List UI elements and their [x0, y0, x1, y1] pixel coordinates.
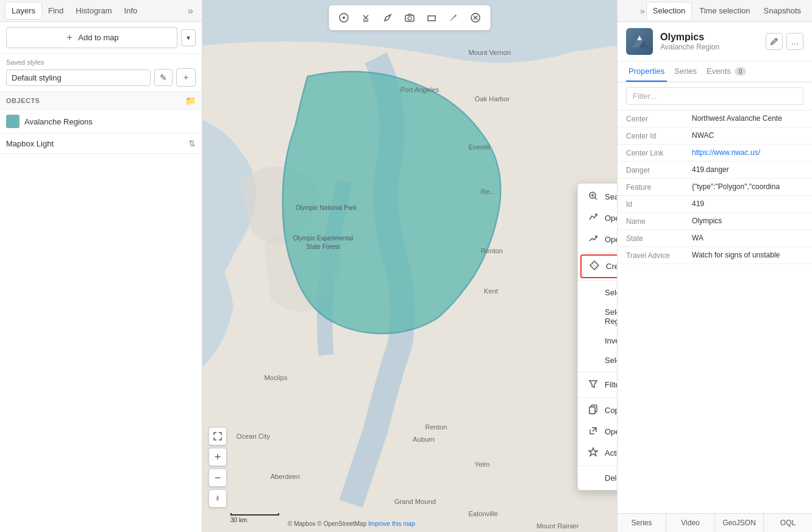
sidebar-collapse-btn[interactable]: » [184, 3, 197, 19]
props-tab-series[interactable]: Series [672, 62, 699, 82]
ctx-select-all-regions-label: Select all "Avalanche Regions" [605, 307, 617, 326]
edit-tool-btn[interactable] [444, 8, 463, 27]
ctx-actions[interactable]: Actions ❯ [578, 442, 617, 464]
right-expand-btn[interactable]: » [640, 6, 645, 16]
improve-map-link[interactable]: Improve this map [368, 520, 415, 527]
ctx-select-intersecting[interactable]: Select intersecting objects [578, 351, 617, 370]
svg-text:Re...: Re... [481, 188, 496, 195]
events-badge: 0 [735, 67, 746, 76]
objects-folder-icon[interactable]: 📁 [185, 96, 196, 106]
mountain-icon [630, 34, 649, 49]
ctx-linked-events-label: Open linked events [605, 214, 617, 223]
props-tab-properties[interactable]: Properties [626, 62, 667, 82]
svg-line-29 [595, 198, 597, 200]
tab-layers[interactable]: Layers [5, 2, 42, 20]
ctx-open-series[interactable]: Open series ❯ [578, 229, 617, 250]
rb-tab-geojson[interactable]: GeoJSON [715, 514, 764, 532]
ctx-open-in[interactable]: Open in… ❯ [578, 421, 617, 442]
ctx-divider-2 [578, 280, 617, 281]
more-options-btn[interactable]: … [786, 33, 803, 50]
left-sidebar: Layers Find Histogram Info » ＋ Add to ma… [0, 0, 202, 532]
saved-styles-select[interactable]: Default styling [6, 70, 151, 86]
svg-text:Mount Rainier: Mount Rainier [536, 522, 579, 530]
prop-key-center-id: Center Id [626, 131, 687, 140]
ctx-filter-selected[interactable]: Filter selected objects [578, 374, 617, 395]
compass-btn[interactable] [208, 489, 227, 508]
prop-key-travel-advice: Travel Advice [626, 251, 687, 260]
add-style-button[interactable]: ＋ [176, 68, 196, 87]
svg-rect-36 [589, 407, 595, 414]
fullscreen-btn[interactable] [208, 427, 227, 445]
svg-text:Olympic National Park: Olympic National Park [296, 204, 357, 211]
filter-input-wrap [618, 82, 812, 110]
sidebar-tabs: Layers Find Histogram Info » [0, 0, 202, 22]
prop-value-center-link[interactable]: https://www.nwac.us/ [692, 148, 803, 157]
open-series-icon [588, 234, 599, 245]
svg-text:Oak Harbor: Oak Harbor [475, 95, 510, 102]
prop-key-name: Name [626, 217, 687, 226]
prop-row-travel-advice: Travel Advice Watch for signs of unstabl… [618, 247, 812, 264]
tab-selection[interactable]: Selection [646, 2, 692, 20]
rb-tab-video[interactable]: Video [666, 514, 715, 532]
prop-key-center: Center [626, 114, 687, 123]
tab-info[interactable]: Info [118, 2, 144, 19]
objects-label: OBJECTS [6, 97, 185, 104]
ctx-select-all[interactable]: Select all ⌘Cmd A [578, 282, 617, 303]
selection-header: Olympics Avalanche Region … [618, 22, 812, 62]
prop-value-state: WA [692, 234, 803, 242]
saved-styles-label: Saved styles [6, 59, 196, 66]
tab-find[interactable]: Find [42, 2, 69, 19]
ctx-select-all-regions[interactable]: Select all "Avalanche Regions" ⌘Cmd ⇧Shi… [578, 303, 617, 331]
svg-point-23 [343, 16, 345, 19]
svg-text:Renton: Renton [481, 247, 503, 254]
prop-row-state: State WA [618, 230, 812, 247]
filter-input[interactable] [626, 87, 803, 105]
create-shape-icon [589, 261, 600, 272]
camera-tool-btn[interactable] [400, 8, 419, 27]
prop-key-id: Id [626, 200, 687, 209]
ctx-copy-coords[interactable]: Copy Coordinates [578, 400, 617, 421]
cut-tool-btn[interactable] [356, 8, 376, 27]
ctx-open-linked-events[interactable]: Open linked events ❯ [578, 207, 617, 229]
ctx-delete-selection[interactable]: Delete selection Delete [578, 468, 617, 487]
svg-marker-33 [589, 381, 597, 387]
tab-histogram[interactable]: Histogram [69, 2, 118, 19]
basemap-selector[interactable]: Mapbox Light ⇅ [0, 134, 202, 154]
prop-key-feature: Feature [626, 182, 687, 192]
props-tab-events[interactable]: Events 0 [704, 62, 749, 82]
svg-text:Kent: Kent [484, 287, 499, 295]
right-panel-tabs: » Selection Time selection Snapshots [618, 0, 812, 22]
ctx-select-all-label: Select all [605, 288, 617, 297]
tab-time-selection[interactable]: Time selection [693, 2, 756, 19]
ctx-copy-coords-label: Copy Coordinates [605, 406, 617, 415]
edit-selection-btn[interactable] [766, 33, 783, 50]
rect-tool-btn[interactable] [422, 8, 441, 27]
ctx-actions-label: Actions [605, 448, 617, 458]
select-tool-btn[interactable] [334, 8, 354, 27]
close-tool-btn[interactable] [466, 8, 485, 27]
rb-tab-series[interactable]: Series [618, 514, 666, 532]
svg-text:Ocean City: Ocean City [237, 433, 271, 440]
svg-text:Eatonville: Eatonville [468, 510, 497, 517]
edit-style-button[interactable]: ✎ [154, 69, 173, 86]
ctx-create-shape[interactable]: Create shape from selection [580, 254, 617, 278]
zoom-in-btn[interactable]: + [208, 448, 227, 466]
plus-icon: ＋ [65, 31, 74, 44]
draw-tool-btn[interactable] [378, 8, 397, 27]
app-container: Layers Find Histogram Info » ＋ Add to ma… [0, 0, 812, 532]
ctx-search-around[interactable]: Search Around ❯ [578, 186, 617, 207]
add-to-map-button[interactable]: ＋ Add to map [6, 27, 177, 48]
prop-row-name: Name Olympics [618, 213, 812, 230]
svg-marker-37 [589, 448, 597, 456]
right-bottom-tabs: Series Video GeoJSON OQL [618, 513, 812, 532]
tab-snapshots[interactable]: Snapshots [758, 2, 807, 19]
context-menu: Search Around ❯ Open linked events ❯ Ope… [577, 183, 617, 491]
add-to-map-dropdown[interactable]: ▾ [181, 29, 196, 46]
rb-tab-oql[interactable]: OQL [764, 514, 812, 532]
ctx-invert-selection[interactable]: Invert selection ⌘Cmd I [578, 331, 617, 351]
svg-point-25 [408, 16, 411, 20]
zoom-out-btn[interactable]: − [208, 469, 227, 487]
svg-text:Aberdeen: Aberdeen [271, 473, 300, 480]
layer-item-avalanche[interactable]: Avalanche Regions [0, 110, 202, 134]
map-area[interactable]: Mount Vernon Oak Harbor Port Angeles Eve… [202, 0, 617, 532]
